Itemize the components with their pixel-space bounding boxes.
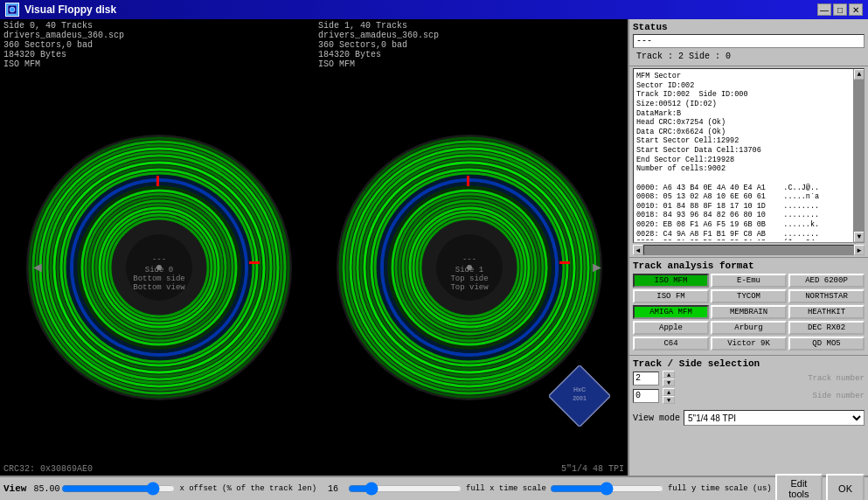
track-value: 2 (633, 372, 659, 385)
disk-right-format: ISO MFM (318, 59, 624, 69)
svg-point-1 (10, 7, 15, 12)
hex-hscroll-track (643, 245, 854, 255)
ok-button[interactable]: OK (826, 474, 865, 500)
app-icon (5, 3, 19, 17)
ts-title: Track / Side selection (633, 358, 865, 369)
disk-left-side: Side 0, 40 Tracks (3, 21, 318, 31)
format-btn-dec-rx02[interactable]: DEC RX02 (788, 321, 865, 335)
timescale-group: 16 (320, 484, 462, 494)
disk-left-canvas[interactable]: ◄ --- Side 0 Bottom side Bottom view (24, 132, 295, 403)
track-up-btn[interactable]: ▲ (663, 371, 675, 378)
svg-point-69 (467, 265, 472, 270)
hex-scroll-up[interactable]: ▲ (854, 69, 865, 80)
crc-label: CRC32: 0x30869AE0 (3, 464, 93, 474)
bottom-right-buttons: Edit tools OK (775, 474, 865, 500)
format-btn-northstar[interactable]: NORTHSTAR (788, 289, 865, 303)
hex-scrollbar[interactable]: ▲ ▼ (853, 69, 864, 242)
maximize-button[interactable]: □ (833, 3, 847, 16)
hex-content: MFM Sector Sector ID:002 Track ID:002 Si… (636, 72, 861, 240)
disk-right-filename: drivers_amadeus_360.scp (318, 31, 624, 40)
side-arrows[interactable]: ▲ ▼ (663, 388, 675, 404)
hex-scroll-right[interactable]: ► (854, 245, 865, 255)
xoffset-val: 85.00 (33, 484, 59, 494)
svg-text:◄: ◄ (31, 260, 45, 274)
watermark: HxC 2001 (549, 365, 610, 429)
format-btn-arburg[interactable]: Arburg (711, 321, 787, 335)
status-section: Status --- Track : 2 Side : 0 (629, 19, 868, 66)
track-side-bar: Track : 2 Side : 0 (633, 50, 865, 63)
svg-rect-62 (559, 261, 570, 264)
side-row: 0 ▲ ▼ Side number (633, 388, 865, 404)
svg-rect-27 (156, 176, 159, 186)
format-btn-membrain[interactable]: MEMBRAIN (711, 305, 787, 319)
side-down-btn[interactable]: ▼ (663, 396, 675, 404)
disk-right-info: Side 1, 40 Tracks drivers_amadeus_360.sc… (318, 21, 624, 69)
format-btn-heathkit[interactable]: HEATHKIT (788, 305, 865, 319)
disk-right-side: Side 1, 40 Tracks (318, 21, 624, 31)
hex-horiz-scroll[interactable]: ◄ ► (633, 245, 865, 255)
disk-bottom-row: CRC32: 0x30869AE0 5"1/4 48 TPI (0, 464, 628, 476)
track-side-selection: Track / Side selection 2 ▲ ▼ Track numbe… (629, 355, 868, 408)
format-btn-iso-mfm[interactable]: ISO MFM (633, 274, 709, 288)
timescale-label: full x time scale (466, 484, 546, 493)
view-mode-select[interactable]: 5"1/4 48 TPI5"1/4 96 TPI3"1/2 135 TPI (684, 410, 865, 426)
track-arrows[interactable]: ▲ ▼ (663, 371, 675, 386)
svg-point-35 (156, 265, 162, 270)
right-panel: Status --- Track : 2 Side : 0 MFM Sector… (628, 19, 868, 476)
side-value: 0 (633, 389, 659, 403)
disk-right-bytes: 184320 Bytes (318, 50, 624, 59)
svg-text:---: --- (462, 255, 476, 264)
disk-visuals[interactable]: ◄ --- Side 0 Bottom side Bottom view (0, 71, 628, 464)
svg-text:Top side: Top side (450, 274, 488, 283)
tpi-label: 5"1/4 48 TPI (561, 464, 624, 474)
format-btn-tycom[interactable]: TYCOM (711, 289, 787, 303)
format-btn-c64[interactable]: C64 (633, 337, 709, 351)
ytime-label: full y time scale (us) (668, 484, 772, 493)
format-title: Track analysis format (633, 260, 865, 271)
view-label: View (3, 483, 26, 494)
side-up-btn[interactable]: ▲ (663, 388, 675, 396)
bottom-bar: View 85.00 x offset (% of the track len)… (0, 476, 868, 500)
svg-text:Bottom side: Bottom side (133, 274, 184, 283)
track-row: 2 ▲ ▼ Track number (633, 371, 865, 386)
status-value: --- (633, 34, 865, 48)
format-btn-e-emu[interactable]: E-Emu (711, 274, 787, 288)
close-button[interactable]: ✕ (849, 3, 863, 16)
format-btn-amiga-mfm[interactable]: AMIGA MFM (633, 305, 709, 319)
hex-display[interactable]: MFM Sector Sector ID:002 Track ID:002 Si… (633, 68, 865, 243)
view-mode-label: View mode (633, 413, 680, 423)
format-section: Track analysis format ISO MFME-EmuAED 62… (629, 257, 868, 355)
timescale-slider[interactable] (348, 485, 462, 492)
format-btn-qd-mo5[interactable]: QD MO5 (788, 337, 865, 351)
minimize-button[interactable]: — (817, 3, 831, 16)
ytime-group (550, 485, 664, 492)
xoffset-slider[interactable] (61, 485, 176, 492)
disk-left-filename: drivers_amadeus_360.scp (3, 31, 318, 40)
disk-left-wrapper: ◄ --- Side 0 Bottom side Bottom view (24, 132, 295, 403)
svg-text:Top view: Top view (450, 283, 489, 292)
timescale-val: 16 (320, 484, 346, 494)
track-number-label: Track number (678, 374, 865, 383)
track-down-btn[interactable]: ▼ (663, 378, 675, 386)
disk-left-info: Side 0, 40 Tracks drivers_amadeus_360.sc… (3, 21, 318, 69)
track-side-label: Track : 2 Side : 0 (636, 52, 731, 61)
disk-left-format: ISO MFM (3, 59, 318, 69)
title-bar: Visual Floppy disk — □ ✕ (0, 0, 868, 19)
disk-right-canvas[interactable]: ► --- Side 1 Top side Top view (334, 132, 605, 403)
format-btn-apple[interactable]: Apple (633, 321, 709, 335)
edit-tools-button[interactable]: Edit tools (775, 474, 823, 500)
svg-text:2001: 2001 (573, 395, 587, 401)
disk-right-sectors: 360 Sectors,0 bad (318, 40, 624, 50)
hex-scroll-left[interactable]: ◄ (633, 245, 643, 255)
svg-text:►: ► (590, 260, 604, 274)
hex-scroll-down[interactable]: ▼ (854, 232, 865, 242)
format-grid: ISO MFME-EmuAED 6200PISO FMTYCOMNORTHSTA… (633, 274, 865, 351)
format-btn-victor9k[interactable]: Victor 9K (711, 337, 787, 351)
xoffset-label: x offset (% of the track len) (179, 484, 316, 493)
svg-rect-28 (249, 261, 260, 264)
format-btn-iso-fm[interactable]: ISO FM (633, 289, 709, 303)
ytime-slider[interactable] (550, 485, 664, 492)
disk-right-wrapper: ► --- Side 1 Top side Top view (334, 132, 605, 403)
format-btn-aed6200p[interactable]: AED 6200P (788, 274, 865, 288)
svg-text:HxC: HxC (573, 386, 586, 392)
